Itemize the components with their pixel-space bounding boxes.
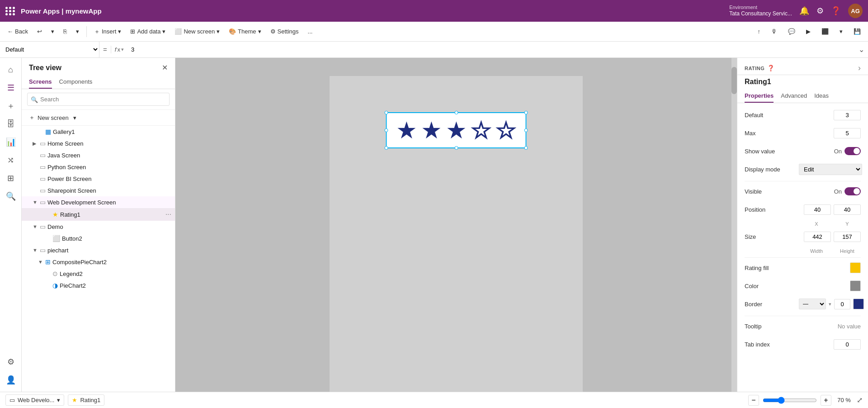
- visible-switch[interactable]: [844, 187, 861, 195]
- star-1[interactable]: ★: [396, 119, 417, 142]
- tree-item-piechart[interactable]: ▼ ▭ piechart: [22, 244, 175, 256]
- zoom-out-button[interactable]: −: [748, 395, 759, 406]
- tree-item-compositepiechart2[interactable]: ▼ ⊞ CompositePieChart2: [22, 256, 175, 268]
- chart-icon-bar-item[interactable]: 📊: [3, 134, 19, 150]
- screen-tab[interactable]: ▭ Web Develo... ▾: [5, 394, 64, 406]
- property-select[interactable]: Default: [0, 42, 99, 57]
- star-2[interactable]: ★: [421, 119, 442, 142]
- zoom-slider[interactable]: [763, 397, 817, 404]
- top-bar: Power Apps | mynewApp Environment Tata C…: [0, 0, 868, 22]
- account-icon-bar-item[interactable]: 👤: [3, 372, 19, 388]
- formula-input[interactable]: [127, 46, 855, 53]
- default-input[interactable]: [834, 110, 861, 120]
- canvas-scrollbar-thumb[interactable]: [731, 67, 737, 94]
- flow-icon-bar-item[interactable]: ⤭: [3, 152, 19, 168]
- tree-item-legend2[interactable]: ⊙ Legend2: [22, 268, 175, 280]
- size-height-input[interactable]: [834, 232, 861, 242]
- new-screen-sidebar-button[interactable]: ＋ New screen ▾: [22, 110, 175, 126]
- undo-chevron[interactable]: ▾: [47, 26, 58, 37]
- new-screen-label: New screen: [38, 114, 69, 121]
- panel-expand-button[interactable]: ›: [858, 63, 861, 73]
- tab-index-input[interactable]: [834, 339, 861, 350]
- panel-help-icon[interactable]: ❓: [767, 65, 774, 71]
- border-style-select[interactable]: —: [799, 299, 826, 309]
- insert-button[interactable]: ＋ Insert ▾: [90, 26, 125, 38]
- tab-screens[interactable]: Screens: [29, 76, 52, 89]
- theme-button[interactable]: 🎨 Theme ▾: [225, 26, 264, 37]
- border-color-swatch[interactable]: [853, 299, 864, 309]
- formula-chevron[interactable]: ⌄: [855, 45, 868, 54]
- y-label: Y: [834, 221, 861, 227]
- copy-button[interactable]: ⎘: [60, 26, 71, 37]
- bell-icon[interactable]: 🔔: [799, 6, 809, 16]
- star-4[interactable]: ☆: [471, 119, 492, 142]
- rating-fill-color[interactable]: [850, 262, 861, 273]
- undo-button[interactable]: ↩: [33, 26, 46, 37]
- microphone-button[interactable]: 🎙: [768, 26, 781, 37]
- panel-row-position: Position: [745, 203, 861, 216]
- tree-view-icon-bar-item[interactable]: ☰: [3, 80, 19, 96]
- help-icon[interactable]: ❓: [831, 6, 841, 16]
- tree-item-piechart2[interactable]: ◑ PieChart2: [22, 280, 175, 291]
- avatar[interactable]: AG: [848, 4, 863, 18]
- publish-chevron[interactable]: ▾: [836, 26, 846, 37]
- sidebar-close-button[interactable]: ✕: [162, 63, 168, 72]
- waffle-icon[interactable]: [5, 7, 15, 15]
- position-y-input[interactable]: [834, 204, 861, 215]
- canvas-page[interactable]: ★ ★ ★ ☆ ☆: [330, 76, 583, 392]
- tree-item-java-screen[interactable]: ▭ Java Screen: [22, 149, 175, 161]
- vars-icon-bar-item[interactable]: ⊞: [3, 170, 19, 186]
- tree-item-sharepoint-screen[interactable]: ▭ Sharepoint Screen: [22, 185, 175, 196]
- home-icon-bar-item[interactable]: ⌂: [3, 62, 19, 78]
- gallery1-label: Gallery1: [53, 128, 171, 135]
- rating1-more-button[interactable]: ···: [165, 210, 171, 218]
- max-input[interactable]: [834, 128, 861, 138]
- tree-item-python-screen[interactable]: ▭ Python Screen: [22, 161, 175, 173]
- tree-item-demo[interactable]: ▼ ▭ Demo: [22, 221, 175, 232]
- tree-item-button2[interactable]: ⬜ Button2: [22, 232, 175, 244]
- size-width-input[interactable]: [804, 232, 831, 242]
- fullscreen-button[interactable]: ⤢: [857, 396, 863, 404]
- tab-properties[interactable]: Properties: [745, 90, 774, 103]
- play-button[interactable]: ▶: [802, 26, 814, 37]
- data-icon-bar-item[interactable]: 🗄: [3, 116, 19, 132]
- star-5[interactable]: ☆: [495, 119, 517, 142]
- tree-item-powerbi-screen[interactable]: ▭ Power BI Screen: [22, 173, 175, 185]
- star-3[interactable]: ★: [446, 119, 467, 142]
- tree-item-web-dev-screen[interactable]: ▼ ▭ Web Development Screen: [22, 196, 175, 208]
- tab-advanced[interactable]: Advanced: [781, 90, 807, 103]
- tree-item-gallery1[interactable]: ▦ Gallery1: [22, 126, 175, 138]
- publish-button[interactable]: ⬛: [818, 26, 832, 37]
- tab-components[interactable]: Components: [59, 76, 93, 89]
- save-indicator[interactable]: 💾: [850, 26, 864, 37]
- show-value-switch[interactable]: [844, 147, 861, 155]
- search-input[interactable]: [27, 93, 170, 106]
- more-button[interactable]: ...: [304, 26, 316, 37]
- settings-icon-bar-item[interactable]: ⚙: [3, 354, 19, 370]
- comment-button[interactable]: 💬: [784, 26, 799, 37]
- gear-icon[interactable]: ⚙: [816, 6, 824, 16]
- back-button[interactable]: ← Back: [4, 26, 32, 37]
- color-swatch[interactable]: [850, 280, 861, 291]
- settings-button[interactable]: ⚙ Settings: [267, 26, 302, 37]
- rating-widget[interactable]: ★ ★ ★ ☆ ☆: [386, 112, 527, 148]
- zoom-in-button[interactable]: +: [821, 395, 831, 406]
- tree-item-rating1[interactable]: ★ Rating1 ···: [22, 208, 175, 221]
- position-x-input[interactable]: [804, 204, 831, 215]
- panel-row-display-mode: Display mode Edit View Disabled: [745, 163, 861, 176]
- new-screen-button[interactable]: ⬜ New screen ▾: [171, 26, 223, 37]
- canvas-scrollbar[interactable]: [731, 58, 737, 392]
- border-width-input[interactable]: [834, 299, 850, 309]
- rating-tab[interactable]: ★ Rating1: [68, 394, 104, 406]
- tree-item-home-screen[interactable]: ▶ ▭ Home Screen: [22, 138, 175, 149]
- display-mode-select[interactable]: Edit View Disabled: [799, 164, 862, 175]
- add-data-button[interactable]: ⊞ Add data ▾: [127, 26, 169, 37]
- share-button[interactable]: ↑: [754, 26, 764, 37]
- paste-button[interactable]: ▾: [72, 26, 83, 37]
- add-data-chevron: ▾: [162, 28, 165, 35]
- demo-label: Demo: [47, 223, 171, 230]
- search-icon-bar-item[interactable]: 🔍: [3, 188, 19, 204]
- copy-icon: ⎘: [63, 28, 67, 35]
- tab-ideas[interactable]: Ideas: [814, 90, 829, 103]
- insert-icon-bar-item[interactable]: ＋: [3, 98, 19, 114]
